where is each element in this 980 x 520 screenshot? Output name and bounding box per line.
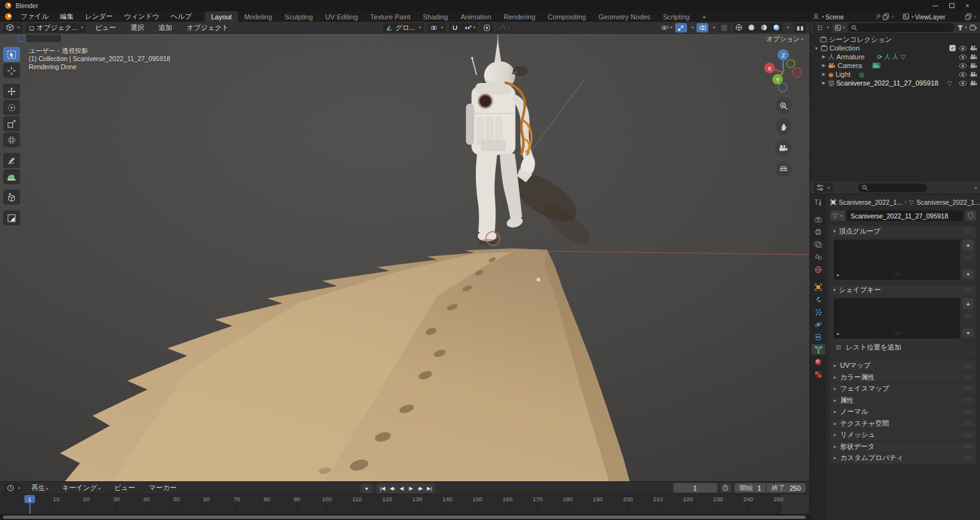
- record-button[interactable]: [361, 484, 372, 493]
- tab-rendering[interactable]: Rendering: [497, 11, 542, 22]
- menu-render[interactable]: レンダー: [79, 12, 119, 21]
- shading-material-button[interactable]: [758, 23, 770, 32]
- xray-toggle[interactable]: [718, 23, 730, 32]
- row-armature[interactable]: ▶ 人 Armature ⟳ 人 人 ▽: [810, 52, 980, 61]
- hide-eye-icon[interactable]: [959, 72, 967, 77]
- panel-grip-icon[interactable]: [964, 409, 973, 415]
- list-resize-grip[interactable]: [839, 272, 957, 278]
- display-mode-dropdown[interactable]: ▾: [834, 24, 844, 31]
- outliner-search-input[interactable]: [848, 23, 954, 32]
- tool-measure[interactable]: [3, 169, 20, 184]
- timeline-menu-play[interactable]: 再生▾: [26, 483, 54, 493]
- panel-grip-icon[interactable]: [964, 363, 973, 369]
- tool-scale[interactable]: [3, 116, 20, 131]
- collapsed-panel[interactable]: UVマップ: [830, 360, 976, 371]
- panel-grip-icon[interactable]: [964, 374, 973, 380]
- pan-hand-button[interactable]: [775, 119, 791, 135]
- use-preview-range-toggle[interactable]: [720, 483, 731, 493]
- vertex-groups-header[interactable]: 頂点グループ: [830, 226, 976, 237]
- viewlayer-icon[interactable]: [903, 13, 909, 20]
- panel-grip-icon[interactable]: [964, 455, 973, 461]
- collapsed-panel[interactable]: リメッシュ: [830, 429, 976, 441]
- collapse-icon[interactable]: [833, 287, 836, 293]
- render-visibility-icon[interactable]: [970, 71, 978, 77]
- render-visibility-icon[interactable]: [970, 80, 978, 86]
- tab-layout[interactable]: Layout: [205, 11, 238, 22]
- zoom-button[interactable]: [775, 97, 791, 114]
- breadcrumb-object-name[interactable]: Scaniverse_2022_1...: [839, 199, 903, 206]
- frame-end-field[interactable]: 終了 250: [766, 483, 806, 493]
- shape-keys-header[interactable]: シェイプキー: [830, 285, 976, 295]
- hide-eye-icon[interactable]: [959, 81, 967, 86]
- menu-edit[interactable]: 編集: [54, 12, 79, 21]
- collection-checkbox[interactable]: [949, 45, 956, 51]
- tab-uv-editing[interactable]: UV Editing: [319, 11, 364, 22]
- tool-move[interactable]: [3, 84, 20, 99]
- tool-add-cube[interactable]: [3, 190, 20, 205]
- tab-sculpting[interactable]: Sculpting: [279, 11, 319, 22]
- pause-render-button[interactable]: [794, 23, 806, 32]
- jump-to-end-button[interactable]: [425, 484, 434, 493]
- panel-grip-icon[interactable]: [964, 420, 973, 426]
- tab-scene[interactable]: [811, 252, 825, 262]
- row-light[interactable]: ▶ ◉ Light ◎: [810, 70, 980, 79]
- select-extend-icon[interactable]: [26, 35, 34, 42]
- vertex-group-specials-menu[interactable]: ▼: [963, 270, 974, 278]
- viewport-options-dropdown[interactable]: オプション▾: [766, 35, 803, 44]
- maximize-icon[interactable]: [949, 3, 954, 8]
- panel-grip-icon[interactable]: [964, 397, 973, 403]
- fake-user-toggle[interactable]: [965, 210, 976, 221]
- row-scene-collection[interactable]: シーンコレクション: [810, 35, 980, 44]
- collapsed-panel[interactable]: 形状データ: [830, 441, 976, 453]
- select-intersect-icon[interactable]: [52, 35, 61, 42]
- expand-icon[interactable]: [834, 432, 836, 438]
- tab-constraints[interactable]: [811, 331, 825, 342]
- timeline-menu-keying[interactable]: キーイング▾: [57, 483, 106, 493]
- panel-grip-icon[interactable]: [965, 287, 973, 293]
- add-rest-position-checkbox[interactable]: [835, 344, 842, 351]
- show-overlays-toggle[interactable]: [696, 23, 708, 32]
- tab-animation[interactable]: Animation: [454, 11, 497, 22]
- menu-help[interactable]: ヘルプ: [165, 12, 197, 21]
- tab-compositing[interactable]: Compositing: [542, 11, 592, 22]
- datablock-name-field[interactable]: Scaniverse_2022_11_27_095918: [847, 210, 963, 221]
- properties-options-caret[interactable]: ▾: [975, 185, 977, 190]
- tool-select-box[interactable]: [3, 47, 20, 62]
- tab-output[interactable]: [811, 227, 825, 237]
- expand-icon[interactable]: ▶: [821, 54, 826, 59]
- tab-material[interactable]: [811, 356, 825, 367]
- tool-extra[interactable]: [3, 210, 20, 225]
- new-scene-icon[interactable]: [883, 13, 889, 20]
- collapsed-panel[interactable]: テクスチャ空間: [830, 418, 976, 429]
- collapsed-panel[interactable]: カラー属性: [830, 372, 976, 383]
- expand-icon[interactable]: [834, 386, 836, 391]
- viewport-menu-add[interactable]: 追加: [153, 23, 178, 32]
- tab-modeling[interactable]: Modeling: [238, 11, 279, 22]
- mode-dropdown[interactable]: オブジェク... ▾: [26, 23, 86, 32]
- add-shape-key-button[interactable]: [963, 298, 974, 309]
- viewport-menu-select[interactable]: 選択: [125, 23, 150, 32]
- render-visibility-icon[interactable]: [970, 45, 978, 51]
- pivot-point-dropdown[interactable]: ▾: [427, 23, 446, 32]
- tab-particles[interactable]: [811, 307, 825, 317]
- row-collection[interactable]: ▼ Collection: [810, 44, 980, 52]
- viewport-3d[interactable]: ユーザー・透視投影 (1) Collection | Scaniverse_20…: [0, 34, 809, 481]
- scene-icon[interactable]: [813, 13, 819, 20]
- snap-to-dropdown[interactable]: ▾: [462, 23, 478, 32]
- add-vertex-group-button[interactable]: [963, 240, 974, 250]
- tab-geometry-nodes[interactable]: Geometry Nodes: [592, 11, 656, 22]
- viewlayer-name-field[interactable]: ViewLayer: [915, 13, 964, 21]
- collapsed-panel[interactable]: フェイスマップ: [830, 383, 976, 395]
- panel-grip-icon[interactable]: [964, 443, 973, 449]
- collapsed-panel[interactable]: カスタムプロパティ: [830, 453, 976, 464]
- timeline-ruler[interactable]: 1020304050607080901001101201301401501601…: [0, 494, 809, 514]
- frame-start-field[interactable]: 開始 1: [735, 483, 766, 493]
- play-reverse-button[interactable]: [397, 484, 406, 493]
- select-set-icon[interactable]: [17, 35, 26, 42]
- expand-icon[interactable]: [834, 363, 836, 368]
- scene-name-field[interactable]: Scene: [825, 13, 874, 21]
- shading-wireframe-button[interactable]: [733, 23, 745, 32]
- collapse-icon[interactable]: [833, 228, 836, 234]
- minimize-icon[interactable]: [933, 6, 938, 6]
- shape-keys-list[interactable]: [834, 298, 960, 338]
